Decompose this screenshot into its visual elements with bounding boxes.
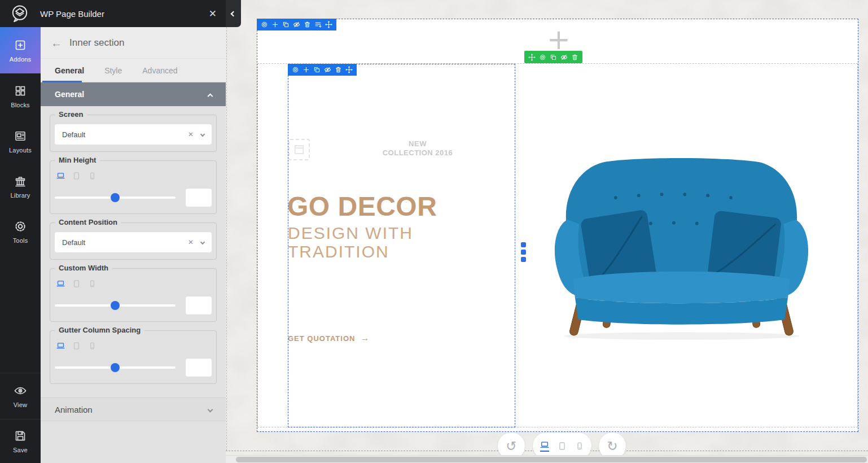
- hero-title-text[interactable]: GO DECOR: [287, 191, 437, 222]
- tablet-icon[interactable]: [72, 341, 81, 351]
- column-resize-handle[interactable]: [521, 242, 526, 262]
- tablet-icon[interactable]: [72, 171, 81, 181]
- add-icon[interactable]: [271, 21, 279, 28]
- device-switch-row: [56, 279, 212, 289]
- screen-field-group: Screen Default ✕: [50, 115, 217, 152]
- delete-icon[interactable]: [304, 21, 311, 28]
- tablet-icon[interactable]: [72, 279, 81, 289]
- custom-width-field-group: Custom Width: [50, 268, 217, 322]
- settings-icon[interactable]: [261, 21, 268, 28]
- save-icon: [14, 429, 27, 443]
- duplicate-icon[interactable]: [313, 66, 321, 73]
- scrollbar-thumb[interactable]: [236, 457, 867, 462]
- custom-width-input[interactable]: [186, 296, 212, 315]
- toggle-visibility-icon[interactable]: [324, 66, 331, 73]
- builder-title: WP Page Builder: [40, 9, 104, 19]
- add-row-icon[interactable]: [314, 21, 322, 28]
- min-height-field-group: Min Height: [50, 160, 217, 214]
- tab-style[interactable]: Style: [104, 66, 122, 75]
- preview-phone-button[interactable]: [575, 441, 585, 451]
- tab-advanced[interactable]: Advanced: [142, 66, 177, 75]
- horizontal-scrollbar[interactable]: [226, 455, 868, 463]
- tools-icon: [14, 220, 27, 233]
- hero-cta-label: GET QUOTATION: [288, 334, 355, 343]
- delete-icon[interactable]: [335, 66, 342, 73]
- hero-eyebrow-text[interactable]: NEW COLLECTION 2016: [372, 139, 463, 158]
- screen-select[interactable]: Default ✕: [55, 124, 212, 145]
- gutter-spacing-input[interactable]: [186, 359, 212, 377]
- device-switch-row: [56, 171, 212, 181]
- sidebar-item-blocks[interactable]: Blocks: [0, 73, 41, 119]
- content-position-field-group: Content Position Default ✕: [50, 222, 217, 260]
- eye-icon: [14, 384, 27, 398]
- phone-icon[interactable]: [87, 171, 97, 181]
- screen-label: Screen: [55, 110, 87, 119]
- settings-icon[interactable]: [292, 66, 299, 73]
- add-element-plus-icon[interactable]: +: [547, 29, 571, 50]
- sidebar-item-library[interactable]: Library: [0, 164, 41, 209]
- duplicate-icon[interactable]: [550, 54, 557, 61]
- chevron-down-icon: [200, 240, 205, 244]
- settings-icon[interactable]: [539, 54, 546, 61]
- wp-page-builder-logo-icon: [10, 4, 29, 23]
- chevron-down-icon: [208, 407, 213, 412]
- redo-icon: ↻: [607, 439, 617, 454]
- inner-section-toolbar: [288, 64, 357, 76]
- desktop-icon[interactable]: [56, 279, 65, 289]
- clear-icon[interactable]: ✕: [188, 238, 194, 246]
- move-icon[interactable]: [325, 21, 332, 28]
- library-icon: [14, 174, 27, 188]
- gutter-spacing-label: Gutter Column Spacing: [55, 326, 144, 334]
- panel-title: Inner section: [69, 37, 124, 49]
- builder-sidebar: Addons Blocks Layouts Library Tools View…: [0, 0, 41, 463]
- sidebar-item-tools[interactable]: Tools: [0, 209, 41, 254]
- animation-section-header[interactable]: Animation: [41, 398, 226, 421]
- slider-thumb[interactable]: [111, 363, 120, 372]
- preview-tablet-button[interactable]: [557, 441, 567, 451]
- desktop-icon[interactable]: [56, 171, 65, 181]
- sofa-image[interactable]: [533, 154, 830, 343]
- device-switch-row: [56, 341, 212, 351]
- chevron-left-icon: [231, 11, 236, 16]
- clear-icon[interactable]: ✕: [188, 130, 194, 138]
- phone-icon[interactable]: [87, 279, 97, 289]
- builder-topbar: WP Page Builder ✕: [0, 0, 226, 27]
- chevron-up-icon: [208, 93, 213, 99]
- sidebar-item-view[interactable]: View: [0, 373, 41, 419]
- toggle-visibility-icon[interactable]: [560, 54, 568, 61]
- back-arrow-icon[interactable]: ←: [51, 37, 62, 49]
- desktop-icon[interactable]: [56, 341, 65, 351]
- collapse-panel-button[interactable]: [226, 0, 241, 27]
- hero-eyebrow-line1: NEW: [372, 139, 463, 148]
- custom-width-slider[interactable]: [55, 301, 176, 310]
- sidebar-item-addons[interactable]: Addons: [0, 27, 41, 73]
- addon-placeholder-icon[interactable]: [288, 139, 310, 160]
- move-icon[interactable]: [345, 66, 353, 73]
- close-icon[interactable]: ✕: [209, 8, 217, 20]
- min-height-input[interactable]: [186, 189, 212, 207]
- blocks-icon: [14, 84, 27, 98]
- tab-general[interactable]: General: [55, 66, 84, 75]
- move-icon[interactable]: [528, 54, 536, 61]
- hero-cta-link[interactable]: GET QUOTATION →: [288, 333, 370, 343]
- phone-icon[interactable]: [87, 341, 97, 351]
- sidebar-item-layouts[interactable]: Layouts: [0, 119, 41, 164]
- add-icon[interactable]: [303, 66, 310, 73]
- duplicate-icon[interactable]: [282, 21, 290, 28]
- gutter-spacing-slider[interactable]: [55, 363, 176, 372]
- slider-thumb[interactable]: [111, 193, 120, 202]
- arrow-right-icon: →: [360, 333, 370, 343]
- preview-desktop-button[interactable]: [540, 440, 550, 452]
- toggle-visibility-icon[interactable]: [293, 21, 300, 28]
- layouts-icon: [14, 129, 27, 143]
- sidebar-item-save[interactable]: Save: [0, 419, 41, 463]
- delete-icon[interactable]: [571, 54, 578, 61]
- min-height-slider[interactable]: [55, 193, 176, 202]
- section-toolbar: [257, 19, 336, 30]
- hero-subtitle-text[interactable]: DESIGN WITH TRADITION: [288, 224, 423, 261]
- general-section-header[interactable]: General: [41, 82, 226, 106]
- panel-tabs: General Style Advanced: [41, 59, 226, 82]
- content-position-select[interactable]: Default ✕: [55, 232, 212, 252]
- slider-thumb[interactable]: [111, 301, 120, 310]
- custom-width-label: Custom Width: [55, 264, 112, 272]
